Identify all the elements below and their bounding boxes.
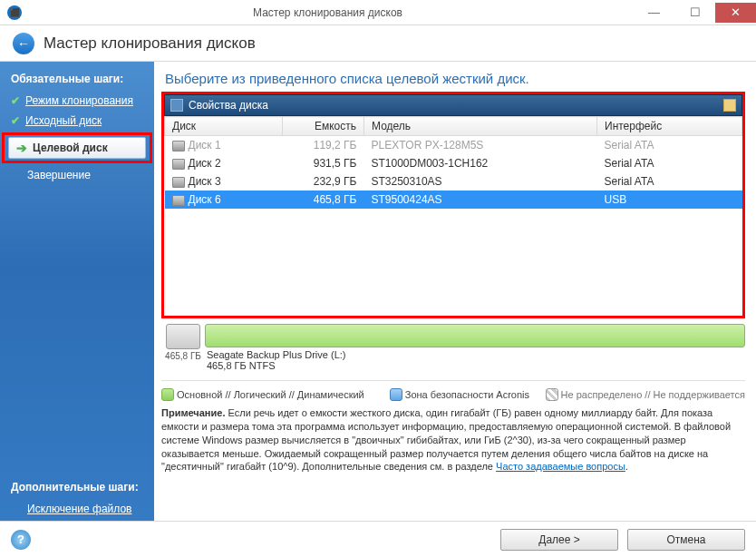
table-row[interactable]: Диск 6465,8 ГБST9500424ASUSB [165,191,742,209]
legend-primary-label: Основной // Логический // Динамический [177,389,364,400]
col-interface[interactable]: Интерфейс [597,117,742,136]
note-text: Если речь идет о емкости жесткого диска,… [161,407,731,472]
disk-properties-icon [170,99,183,112]
legend-primary-icon [161,388,174,401]
legend-unallocated-label: Не распределено // Не поддерживается [561,389,745,400]
note-bold: Примечание. [161,407,225,418]
step-label: Завершение [27,169,91,181]
disk-icon [172,195,185,206]
minimize-button[interactable]: — [634,3,674,23]
partition-legend: Основной // Логический // Динамический З… [161,380,745,401]
legend-zone-label: Зона безопасности Acronis [405,389,529,400]
table-row[interactable]: Диск 1119,2 ГБPLEXTOR PX-128M5SSerial AT… [165,136,742,155]
disk-capacity-label: 465,8 ГБ [161,351,205,361]
col-capacity[interactable]: Емкость [283,117,364,136]
window-controls: — ☐ ✕ [634,3,756,23]
maximize-button[interactable]: ☐ [674,3,715,23]
step-source-disk[interactable]: ✔ Исходный диск [0,111,154,131]
wizard-content: Выберите из приведенного списка целевой … [154,62,756,521]
step-finish[interactable]: Завершение [0,165,154,185]
app-icon: ⬛ [7,5,22,20]
edit-columns-icon[interactable] [723,99,736,112]
legend-unallocated-icon [546,388,558,401]
step-label: Целевой диск [33,142,108,154]
wizard-footer: ? Далее > Отмена [0,521,756,557]
step-label: Режим клонирования [25,94,133,107]
instruction-text: Выберите из приведенного списка целевой … [161,71,745,86]
required-steps-heading: Обязательные шаги: [0,67,154,91]
step-label: Исходный диск [25,114,102,127]
titlebar: ⬛ Мастер клонирования дисков — ☐ ✕ [0,0,756,25]
col-disk[interactable]: Диск [165,117,283,136]
disk-list-panel: Свойства диска Диск Емкость Модель Интер… [161,92,745,318]
cancel-button[interactable]: Отмена [627,529,745,551]
table-row[interactable]: Диск 2931,5 ГБST1000DM003-1CH162Serial A… [165,154,742,172]
wizard-title: Мастер клонирования дисков [44,34,256,53]
step-exclude-files[interactable]: Исключение файлов [0,499,154,519]
back-button[interactable]: ← [13,33,34,54]
disk-capacity-icon: 465,8 ГБ [161,324,205,361]
next-button[interactable]: Далее > [500,529,618,551]
arrow-right-icon: ➔ [16,141,27,155]
help-icon[interactable]: ? [11,530,31,550]
wizard-header: ← Мастер клонирования дисков [0,25,756,62]
step-clone-mode[interactable]: ✔ Режим клонирования [0,91,154,111]
note-after: . [625,461,628,472]
volume-detail: 465,8 ГБ NTFS [205,360,745,371]
table-header-row: Диск Емкость Модель Интерфейс [165,117,742,136]
volume-name: Seagate Backup Plus Drive (L:) [205,349,745,360]
table-row[interactable]: Диск 3232,9 ГБST3250310ASSerial ATA [165,172,742,191]
check-icon: ✔ [11,94,20,107]
faq-link[interactable]: Часто задаваемые вопросы [496,461,625,472]
legend-zone-icon [390,388,402,401]
col-model[interactable]: Модель [364,117,597,136]
window-title: Мастер клонирования дисков [22,6,634,19]
active-step-highlight: ➔ Целевой диск [2,132,152,163]
step-target-disk[interactable]: ➔ Целевой диск [8,137,146,159]
capacity-note: Примечание. Если речь идет о емкости жес… [161,406,745,474]
additional-steps-heading: Дополнительные шаги: [0,475,154,499]
wizard-sidebar: Обязательные шаги: ✔ Режим клонирования … [0,62,154,521]
disk-table: Диск Емкость Модель Интерфейс Диск 1119,… [164,116,742,209]
close-button[interactable]: ✕ [715,3,756,23]
disk-layout-bar: 465,8 ГБ Seagate Backup Plus Drive (L:) … [161,324,745,371]
volume-bar[interactable] [205,324,745,347]
disk-icon [172,177,185,188]
disk-properties-header: Свойства диска [164,94,742,116]
disk-icon [172,141,185,151]
hard-disk-icon [166,324,200,349]
disk-icon [172,159,185,170]
panel-title: Свойства диска [189,99,268,112]
check-icon: ✔ [11,114,20,127]
step-label: Исключение файлов [27,503,131,515]
